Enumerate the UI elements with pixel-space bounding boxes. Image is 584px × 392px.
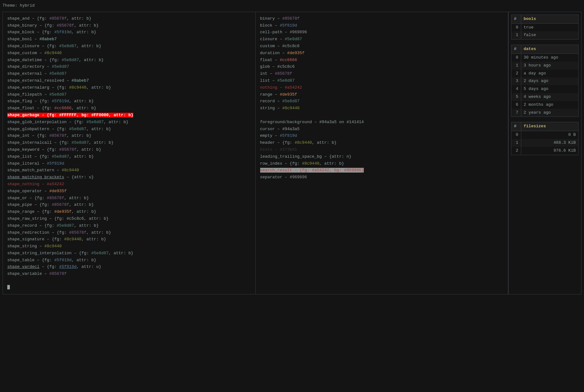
list-item: shape_globpattern – {fg: #5e8d87, attr: … <box>7 126 251 133</box>
table-row: 4 5 days ago <box>511 85 578 93</box>
list-item: shape_int – {fg: #85678f, attr: b} <box>7 133 251 139</box>
middle-column: binary – #85678f block – #5f819d cell-pa… <box>256 12 509 294</box>
list-item: shape_redirection – {fg: #85678f, attr: … <box>7 230 251 236</box>
list-item: shape_external_resolved – #8abeb7 <box>7 78 251 84</box>
list-item: shape_nothing – #a54242 <box>7 181 251 188</box>
table-row: 2 a day ago <box>511 70 578 78</box>
list-item: shape_binary – {fg: #85678f, attr: b} <box>7 22 251 29</box>
list-item: shape_range – {fg: #de935f, attr: b} <box>7 209 251 215</box>
list-item: record – #5e8d87 <box>260 98 504 105</box>
list-item: shape_or – {fg: #85678f, attr: b} <box>7 195 251 202</box>
list-item: shape_signature – {fg: #8c9440, attr: b} <box>7 236 251 243</box>
table-row: 1 3 hours ago <box>511 62 578 70</box>
filesizes-header: filesizes <box>521 122 578 131</box>
list-item: shape_string_interpolation – {fg: #5e8d8… <box>7 250 251 257</box>
list-item: custom – #c5c8c6 <box>260 43 504 50</box>
table-row: 0 true <box>511 23 578 31</box>
list-item: shape_vardecl – {fg: #5f819d, attr: u} <box>7 264 251 270</box>
list-item: shape_match_pattern – #8c9440 <box>7 167 251 174</box>
bools-num-header: # <box>511 15 521 23</box>
table-row: 3 2 days ago <box>511 77 578 85</box>
list-item: shape_externalarg – {fg: #8c9440, attr: … <box>7 85 251 91</box>
table-row: 0 0 B <box>511 131 578 139</box>
table-row: 7 2 years ago <box>511 109 578 117</box>
filesizes-table: # filesizes 0 0 B 1 488.3 KiB 2 <box>511 122 579 155</box>
list-item: int – #85678f <box>260 71 504 77</box>
cursor <box>7 285 10 289</box>
list-item: leading_trailing_space_bg – {attr: n} <box>260 154 504 160</box>
right-panel: # bools 0 true 1 false <box>508 12 581 294</box>
list-item: shape_string – #8c9440 <box>7 243 251 250</box>
list-item: glob – #c5c8c6 <box>260 64 504 70</box>
table-row: 6 2 months ago <box>511 101 578 109</box>
filesizes-num-header: # <box>511 122 521 131</box>
list-item: shape_keyword – {fg: #85678f, attr: b} <box>7 147 251 153</box>
list-item: closure – #5e8d87 <box>260 36 504 43</box>
list-item: shape_record – {fg: #5e8d87, attr: b} <box>7 223 251 229</box>
main-container: shape_and – {fg: #85678f, attr: b} shape… <box>3 12 581 294</box>
bools-table: # bools 0 true 1 false <box>511 15 579 40</box>
list-item: shape_garbage – {fg: #FFFFFF, bg: #FF000… <box>7 112 251 119</box>
list-item: shape_list – {fg: #5e8d87, attr: b} <box>7 154 251 160</box>
table-row: 0 30 minutes ago <box>511 54 578 61</box>
list-item: shape_flag – {fg: #5f819d, attr: b} <box>7 98 251 105</box>
list-item: shape_literal – #5f819d <box>7 161 251 167</box>
list-item: shape_variable – #85678f <box>7 271 251 277</box>
list-item: shape_bool – #8abeb7 <box>7 36 251 43</box>
left-column: shape_and – {fg: #85678f, attr: b} shape… <box>3 12 256 294</box>
theme-label: Theme: hybrid <box>3 3 581 9</box>
list-item: nothing – #a54242 <box>260 85 504 91</box>
list-item: separator – #969896 <box>260 174 504 181</box>
list-item: cursor – #94a3a5 <box>260 126 504 133</box>
list-item: row_index – {fg: #8c9440, attr: b} <box>260 161 504 167</box>
list-item: shape_pipe – {fg: #85678f, attr: b} <box>7 202 251 208</box>
table-row: 1 false <box>511 31 578 39</box>
list-item: string – #8c9440 <box>260 105 504 112</box>
list-item: hints – #373b41 <box>260 147 504 153</box>
list-item: list – #5e8d87 <box>260 78 504 84</box>
list-item: shape_raw_string – {fg: #c5c8c6, attr: b… <box>7 216 251 222</box>
bools-row-1-num: 1 <box>511 31 521 39</box>
list-item: cell-path – #969896 <box>260 29 504 36</box>
list-item: shape_table – {fg: #5f819d, attr: b} <box>7 257 251 264</box>
list-item: float – #cc6666 <box>260 57 504 64</box>
list-item: shape_glob_interpolation – {fg: #5e8d87,… <box>7 119 251 126</box>
list-item: shape_external – #5e8d87 <box>7 71 251 77</box>
dates-header: dates <box>521 45 578 54</box>
table-row: 5 4 weeks ago <box>511 93 578 101</box>
list-item: header – {fg: #8c9440, attr: b} <box>260 140 504 146</box>
list-item: duration – #de935f <box>260 50 504 57</box>
list-item: shape_and – {fg: #85678f, attr: b} <box>7 16 251 22</box>
list-item: shape_internalcall – {fg: #5e8d87, attr:… <box>7 140 251 146</box>
list-item: binary – #85678f <box>260 16 504 22</box>
list-item: empty – #5f819d <box>260 133 504 139</box>
table-row: 1 488.3 KiB <box>511 139 578 147</box>
list-item: shape_block – {fg: #5f819d, attr: b} <box>7 29 251 36</box>
list-item: search_result – {fg: #a54242, bg: #96989… <box>260 167 504 174</box>
bools-row-0-val: true <box>521 23 578 31</box>
list-item: shape_closure – {fg: #5e8d87, attr: b} <box>7 43 251 50</box>
list-item: range – #de935f <box>260 92 504 98</box>
dates-num-header: # <box>511 45 521 54</box>
bools-row-1-val: false <box>521 31 578 39</box>
bools-row-0-num: 0 <box>511 23 521 31</box>
list-item: shape_float – {fg: #cc6666, attr: b} <box>7 105 251 112</box>
list-item: block – #5f819d <box>260 22 504 29</box>
dates-table: # dates 0 30 minutes ago 1 3 hours ago 2 <box>511 45 579 117</box>
list-item: shape_datetime – {fg: #5e8d87, attr: b} <box>7 57 251 64</box>
list-item: shape_directory – #5e8d87 <box>7 64 251 70</box>
list-item: shape_matching_brackets – {attr: u} <box>7 174 251 181</box>
table-row: 2 976.6 KiB <box>511 147 578 155</box>
list-item: shape_custom – #8c9440 <box>7 50 251 57</box>
list-item: shape_filepath – #5e8d87 <box>7 92 251 98</box>
bools-header: bools <box>521 15 578 23</box>
list-item: shape_operator – #de935f <box>7 188 251 195</box>
list-item: foreground/background – #94a3a5 on #1414… <box>260 119 504 126</box>
